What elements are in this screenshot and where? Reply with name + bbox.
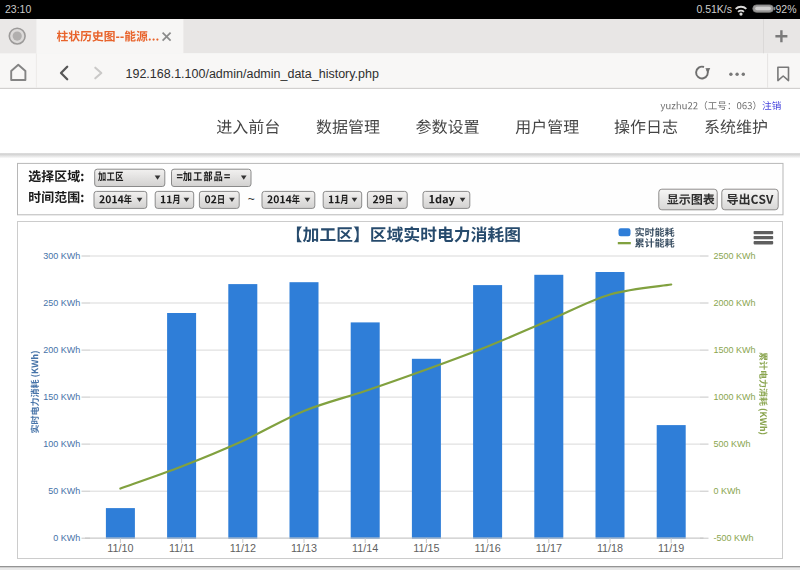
svg-text:11/15: 11/15 [413,542,439,554]
svg-text:~: ~ [248,192,255,206]
svg-text:92%: 92% [776,3,797,15]
svg-text:150 KWh: 150 KWh [43,392,80,402]
svg-text:11/11: 11/11 [169,542,194,554]
svg-text:2000 KWh: 2000 KWh [714,298,756,308]
svg-text:250 KWh: 250 KWh [43,298,80,308]
svg-text:300 KWh: 300 KWh [43,251,80,261]
svg-text:0.51K/s: 0.51K/s [696,3,732,15]
svg-text:11/18: 11/18 [597,542,623,554]
svg-text:11/17: 11/17 [536,542,562,554]
svg-text:11/16: 11/16 [474,542,500,554]
svg-text:100 KWh: 100 KWh [43,439,80,449]
svg-text:50 KWh: 50 KWh [48,486,80,496]
svg-text:1500 KWh: 1500 KWh [714,345,756,355]
svg-text:11/10: 11/10 [107,542,133,554]
svg-text:0 KWh: 0 KWh [53,533,80,543]
svg-text:11/13: 11/13 [291,542,317,554]
svg-text:200 KWh: 200 KWh [43,345,80,355]
svg-text:1000 KWh: 1000 KWh [714,392,756,402]
svg-text:23:10: 23:10 [5,3,31,15]
svg-text:0 KWh: 0 KWh [714,486,741,496]
svg-text:-500 KWh: -500 KWh [714,533,754,543]
svg-text:11/14: 11/14 [352,542,378,554]
svg-text:192.168.1.100/admin/admin_data: 192.168.1.100/admin/admin_data_history.p… [126,67,379,81]
svg-text:11/19: 11/19 [658,542,684,554]
svg-text:11/12: 11/12 [230,542,256,554]
svg-text:500 KWh: 500 KWh [714,439,751,449]
svg-text:2500 KWh: 2500 KWh [714,251,756,261]
